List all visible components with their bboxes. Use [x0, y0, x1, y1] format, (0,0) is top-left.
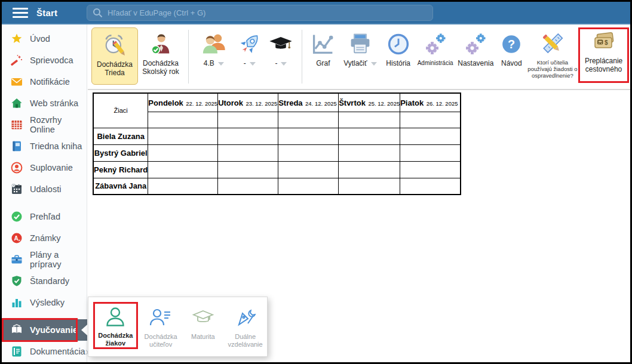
student-person-icon [103, 306, 127, 329]
attendance-cell[interactable] [278, 178, 339, 195]
students-column-header: Žiaci [93, 93, 148, 128]
day-summary-row [93, 112, 461, 128]
sidebar-item-znamky[interactable]: A Známky [2, 227, 87, 249]
sidebar-item-notifikacie[interactable]: Notifikácie [2, 71, 87, 92]
envelope-icon [11, 76, 23, 88]
sidebar-item-sprievodca[interactable]: Sprievodca [2, 50, 87, 71]
person-circle-icon [11, 162, 23, 174]
chevron-down-icon [218, 62, 224, 66]
attendance-cell[interactable] [148, 161, 218, 178]
sidebar-item-uvod[interactable]: Úvod [2, 28, 87, 50]
table-row: Zábavná Jana [93, 178, 461, 195]
sidebar-item-rozvrhy-online[interactable]: Rozvrhy Online [2, 114, 87, 135]
toolbar-nastavenia[interactable]: Nastavenia [455, 27, 496, 68]
attendance-cell[interactable] [148, 178, 218, 195]
toolbar-graf[interactable]: Graf [307, 27, 339, 68]
toolbar-administracia[interactable]: Administrácia [416, 27, 455, 67]
gears-icon [462, 31, 489, 57]
magic-wand-icon [11, 54, 23, 66]
attendance-cell[interactable] [278, 144, 339, 161]
vyucovanie-submenu-popup: Dochádzka žiakov Dochádzka učiteľov Matu… [88, 297, 268, 357]
attendance-cell[interactable] [339, 161, 400, 178]
sidebar-item-dokumentacia[interactable]: Dokumentácia › [2, 341, 87, 362]
submenu-dochadzka-ucitelov[interactable]: Dochádzka učiteľov [140, 302, 182, 348]
edupage-window: Štart Úvod Sprievodca Notifikácie Web st… [0, 0, 632, 364]
class-book-icon [11, 140, 23, 152]
day-header-tuesday: Utorok 23. 12. 2025 [218, 93, 278, 112]
attendance-cell[interactable] [218, 178, 278, 195]
sidebar-item-prehlad[interactable]: Prehľad [2, 206, 87, 227]
attendance-cell[interactable] [218, 144, 278, 161]
attendance-cell[interactable] [400, 161, 461, 178]
sidebar-section-divider [2, 313, 87, 319]
history-clock-icon [385, 31, 412, 57]
calendar-clock-icon [11, 183, 23, 195]
attendance-cell[interactable] [148, 144, 218, 161]
table-row: Biela Zuzana [93, 128, 461, 144]
travel-tickets-icon: $ [591, 31, 617, 55]
sidebar-item-suplovanie[interactable]: Suplovanie [2, 157, 87, 178]
hamburger-menu-icon[interactable] [13, 8, 28, 18]
day-header-friday: Piatok 26. 12. 2025 [400, 93, 461, 112]
attendance-cell[interactable] [278, 112, 339, 128]
top-bar: Štart [2, 2, 630, 24]
attendance-cell[interactable] [400, 128, 461, 144]
student-name: Pekný Richard [93, 161, 148, 178]
toolbar-dochadzka-skolsky-rok[interactable]: Dochádzka Skolský rok [138, 27, 183, 76]
toolbar-ktori-ucitelia[interactable]: Ktorí učitelia používajú žiadosti o ospr… [527, 27, 578, 79]
attendance-cell[interactable] [339, 178, 400, 195]
graduation-cap-outline-icon [191, 306, 215, 330]
attendance-table: Žiaci Pondelok 22. 12. 2025 Utorok 23. 1… [93, 92, 461, 195]
toolbar-rocket-select[interactable]: - [234, 27, 266, 68]
toolbar-graduation-select[interactable]: - [265, 27, 297, 68]
table-row: Pekný Richard [93, 161, 461, 178]
toolbar-preplacanie-cestovneho[interactable]: $ Preplácanie cestovného [578, 27, 629, 83]
toolbar-vytlacit[interactable]: Vytlačiť [339, 27, 381, 68]
teacher-check-icon [148, 31, 174, 57]
start-menu-title[interactable]: Štart [36, 8, 57, 18]
pen-wrench-icon [234, 306, 257, 330]
chevron-down-icon [371, 62, 377, 66]
attendance-cell[interactable] [218, 112, 278, 128]
sidebar-item-triedna-kniha[interactable]: Triedna kniha [2, 135, 87, 157]
day-header-thursday: Štvrtok 25. 12. 2025 [339, 93, 400, 112]
toolbar-navod[interactable]: ? Návod [496, 27, 527, 68]
attendance-cell[interactable] [339, 144, 400, 161]
toolbar-historia[interactable]: História [381, 27, 416, 68]
student-name: Bystrý Gabriel [93, 144, 148, 161]
toolbar-class-select[interactable]: 4.B [194, 27, 234, 68]
svg-text:$: $ [605, 39, 608, 46]
question-circle-icon: ? [498, 31, 524, 57]
attendance-cell[interactable] [148, 112, 218, 128]
attendance-cell[interactable] [339, 112, 400, 128]
day-header-wednesday: Streda 24. 12. 2025 [278, 93, 339, 112]
toolbar-dochadzka-trieda[interactable]: Dochádzka Trieda [91, 27, 138, 85]
popup-pointer-notch [81, 325, 87, 335]
attendance-cell[interactable] [278, 161, 339, 178]
attendance-cell[interactable] [218, 161, 278, 178]
search-icon [93, 8, 103, 18]
submenu-dochadzka-ziakov[interactable]: Dochádzka žiakov [93, 302, 138, 349]
alarm-clock-pencil-icon [102, 32, 128, 58]
sidebar-item-plany-a-pripravy[interactable]: Plány a prípravy [2, 249, 87, 270]
sidebar-item-vysledky[interactable]: Výsledky [2, 292, 87, 313]
attendance-cell[interactable] [400, 112, 461, 128]
toolbar-separator [188, 30, 189, 84]
svg-text:?: ? [508, 38, 515, 51]
sidebar-item-vyucovanie[interactable]: Vyučovanie [2, 319, 87, 341]
attendance-cell[interactable] [218, 128, 278, 144]
attendance-cell[interactable] [148, 128, 218, 144]
line-chart-icon [310, 31, 336, 57]
student-name: Biela Zuzana [93, 128, 148, 144]
search-input[interactable] [87, 5, 433, 21]
sidebar-item-standardy[interactable]: Štandardy [2, 270, 87, 292]
attendance-cell[interactable] [400, 178, 461, 195]
attendance-cell[interactable] [400, 144, 461, 161]
attendance-cell[interactable] [339, 128, 400, 144]
day-header-monday: Pondelok 22. 12. 2025 [148, 93, 218, 112]
submenu-dualne-vzdelavanie[interactable]: Duálne vzdelávanie [225, 302, 266, 348]
attendance-cell[interactable] [278, 128, 339, 144]
sidebar-item-udalosti[interactable]: Udalosti [2, 178, 87, 200]
submenu-maturita[interactable]: Maturita [183, 302, 224, 341]
sidebar-item-web-stranka[interactable]: Web stránka [2, 92, 87, 114]
